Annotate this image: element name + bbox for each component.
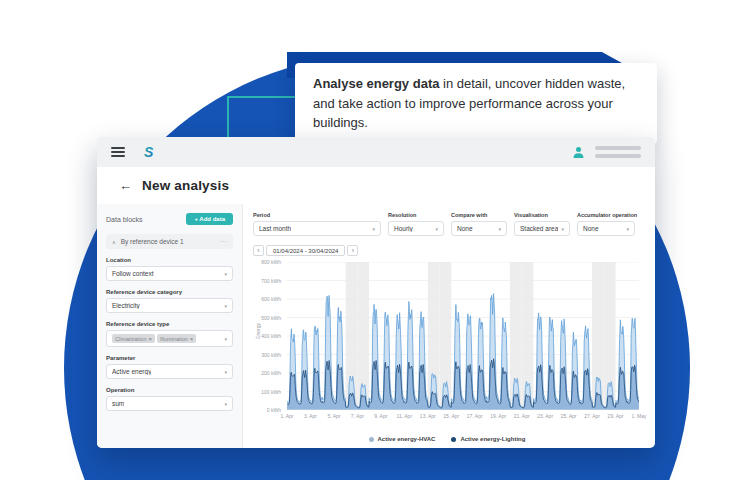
legend-label: Active energy-Lighting (460, 436, 525, 442)
device-section-header[interactable]: ∧ By reference device 1 ⋯ (106, 234, 233, 249)
x-tick-label: 11. Apr (397, 413, 412, 419)
device-section-title: By reference device 1 (121, 238, 184, 245)
marketing-hero: Analyse energy data in detail, uncover h… (0, 0, 754, 480)
chart-toolbar: Period Last month ▾ Resolution Hourly ▾ (253, 212, 641, 236)
data-blocks-sidebar: Data blocks + Add data ∧ By reference de… (97, 204, 243, 448)
y-tick-label: 0 kWh (253, 407, 281, 413)
visualisation-select[interactable]: Stacked areas ▾ (514, 221, 570, 236)
select-value: Electricity (112, 302, 140, 309)
x-tick-label: 3. Apr (304, 413, 317, 419)
legend-item-lighting[interactable]: Active energy-Lighting (451, 436, 525, 442)
field-operation: Operation sum ▾ (106, 387, 233, 411)
device-type-chip: Climatization × (112, 334, 155, 343)
header-menu-placeholder-icon[interactable] (595, 146, 641, 158)
chevron-down-icon: ▾ (495, 226, 501, 232)
toolbar-label: Compare with (451, 212, 507, 218)
date-range: 01/04/2024 - 30/04/2024 (266, 245, 345, 256)
title-row: ← New analysis (97, 167, 655, 204)
visualisation-group: Visualisation Stacked areas ▾ (514, 212, 570, 236)
y-tick-label: 500 kWh (253, 315, 281, 321)
chevron-down-icon: ▾ (623, 226, 629, 232)
chips-wrap: Climatization × Illumination × (112, 334, 196, 343)
analysis-main: Period Last month ▾ Resolution Hourly ▾ (243, 204, 655, 448)
callout-text: Analyse energy data in detail, uncover h… (313, 74, 639, 133)
y-tick-label: 100 kWh (253, 389, 281, 395)
accumulator-operation-select[interactable]: None ▾ (577, 221, 635, 236)
y-tick-label: 400 kWh (253, 333, 281, 339)
x-tick-label: 21. Apr (514, 413, 530, 419)
location-select[interactable]: Follow context ▾ (106, 266, 233, 281)
select-value: Last month (259, 225, 291, 232)
period-group: Period Last month ▾ (253, 212, 381, 236)
toolbar-label: Period (253, 212, 381, 218)
app-window: S ← New analysis Data blocks + (97, 137, 655, 448)
hamburger-menu-icon[interactable] (111, 147, 125, 157)
chevron-down-icon: ▾ (221, 271, 227, 277)
collapse-chevron-icon[interactable]: ∧ (112, 239, 116, 245)
reference-device-type-select[interactable]: Climatization × Illumination × ▾ (106, 330, 233, 347)
next-period-button[interactable]: › (347, 245, 358, 256)
select-value: None (583, 225, 599, 232)
toolbar-label: Visualisation (514, 212, 570, 218)
field-label: Reference device category (106, 289, 233, 295)
x-tick-label: 1. May (631, 413, 646, 419)
x-tick-label: 27. Apr (584, 413, 600, 419)
x-tick-label: 15. Apr (443, 413, 459, 419)
chip-label: Illumination (160, 336, 188, 342)
x-tick-label: 13. Apr (420, 413, 436, 419)
chip-remove-icon[interactable]: × (190, 336, 194, 342)
app-header: S (97, 137, 655, 167)
x-tick-label: 9. Apr (374, 413, 387, 419)
callout-card: Analyse energy data in detail, uncover h… (295, 63, 657, 144)
operation-select[interactable]: sum ▾ (106, 396, 233, 411)
chevron-down-icon: ▾ (221, 303, 227, 309)
x-tick-label: 17. Apr (467, 413, 483, 419)
y-tick-label: 600 kWh (253, 296, 281, 302)
toolbar-label: Resolution (388, 212, 444, 218)
sidebar-title: Data blocks (106, 216, 143, 223)
field-reference-device-category: Reference device category Electricity ▾ (106, 289, 233, 313)
device-type-chip: Illumination × (157, 334, 196, 343)
legend-dot (451, 437, 456, 442)
select-value: Follow context (112, 270, 154, 277)
chevron-down-icon: ▾ (369, 226, 375, 232)
x-tick-label: 23. Apr (537, 413, 553, 419)
back-arrow-icon[interactable]: ← (119, 179, 132, 192)
select-value: Stacked areas (520, 225, 558, 232)
add-data-button[interactable]: + Add data (186, 213, 233, 225)
parameter-select[interactable]: Active energy ▾ (106, 364, 233, 379)
user-icon[interactable] (572, 146, 585, 159)
select-value: sum (112, 400, 124, 407)
prev-period-button[interactable]: ‹ (253, 245, 264, 256)
x-tick-label: 7. Apr (351, 413, 364, 419)
chevron-down-icon: ▾ (558, 226, 564, 232)
accumulator-operation-group: Accumulator operation None ▾ (577, 212, 635, 236)
svg-text:S: S (144, 144, 154, 160)
resolution-group: Resolution Hourly ▾ (388, 212, 444, 236)
app-logo[interactable]: S (141, 144, 157, 160)
header-right (572, 146, 641, 159)
field-label: Reference device type (106, 321, 233, 327)
y-tick-label: 700 kWh (253, 278, 281, 284)
field-location: Location Follow context ▾ (106, 257, 233, 281)
legend-item-hvac[interactable]: Active energy-HVAC (369, 436, 436, 442)
field-label: Location (106, 257, 233, 263)
legend-label: Active energy-HVAC (378, 436, 436, 442)
chip-label: Climatization (115, 336, 146, 342)
callout-connector-line (227, 96, 229, 138)
resolution-select[interactable]: Hourly ▾ (388, 221, 444, 236)
chip-remove-icon[interactable]: × (148, 336, 152, 342)
field-parameter: Parameter Active energy ▾ (106, 355, 233, 379)
period-select[interactable]: Last month ▾ (253, 221, 381, 236)
page-title: New analysis (142, 178, 229, 193)
window-body: Data blocks + Add data ∧ By reference de… (97, 204, 655, 448)
stacked-area-chart[interactable] (287, 262, 639, 410)
chart-legend: Active energy-HVAC Active energy-Lightin… (253, 436, 641, 442)
chevron-down-icon: ▾ (221, 336, 227, 342)
reference-device-category-select[interactable]: Electricity ▾ (106, 298, 233, 313)
toolbar-label: Accumulator operation (577, 212, 635, 218)
field-label: Parameter (106, 355, 233, 361)
sidebar-top-row: Data blocks + Add data (106, 213, 233, 225)
callout-lead: Analyse energy data (313, 76, 439, 91)
compare-with-select[interactable]: None ▾ (451, 221, 507, 236)
